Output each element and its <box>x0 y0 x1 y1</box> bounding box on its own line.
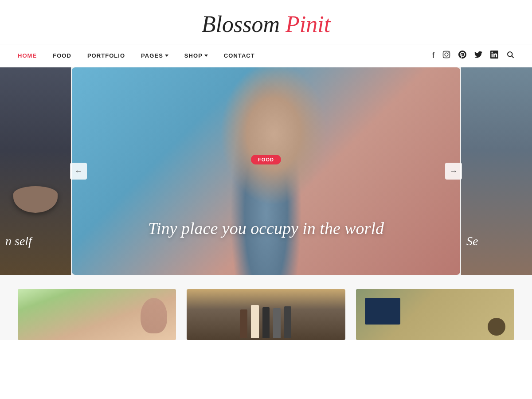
svg-point-3 <box>508 52 512 57</box>
slide-next-text: Se <box>466 234 478 248</box>
card-2-image <box>187 289 345 340</box>
site-header: Blossom Pinit <box>0 0 532 44</box>
nav-link-pages[interactable]: PAGES <box>141 52 168 59</box>
card-grid-section <box>0 275 532 340</box>
nav-link-food[interactable]: FOOD <box>53 52 71 59</box>
facebook-icon[interactable]: f <box>432 51 434 60</box>
featured-cards <box>18 289 514 340</box>
card-3[interactable] <box>356 289 514 340</box>
social-icons: f <box>432 51 514 61</box>
bowl-decoration <box>13 186 58 213</box>
svg-point-2 <box>448 52 449 53</box>
nav-link-shop[interactable]: SHOP <box>184 52 208 59</box>
slider-prev-button[interactable]: ← <box>70 163 87 180</box>
svg-line-4 <box>512 56 513 58</box>
twitter-icon[interactable] <box>474 51 482 61</box>
slide-category-badge[interactable]: FOOD <box>251 155 281 164</box>
nav-link-home[interactable]: HOME <box>18 52 37 59</box>
hero-slider: n self FOOD Tiny place you occupy in the… <box>0 67 532 275</box>
pages-dropdown-arrow <box>165 55 168 57</box>
nav-link-portfolio[interactable]: PORTFOLIO <box>87 52 125 59</box>
slide-next-partial: Se <box>461 67 532 275</box>
site-logo[interactable]: Blossom Pinit <box>0 12 532 36</box>
svg-point-1 <box>445 53 448 56</box>
slide-active: FOOD Tiny place you occupy in the world <box>72 67 460 275</box>
card-3-image <box>356 289 514 340</box>
pinterest-icon[interactable] <box>458 51 466 61</box>
card-1[interactable] <box>18 289 176 340</box>
svg-rect-0 <box>443 51 450 58</box>
logo-pinit: Pinit <box>286 12 330 37</box>
logo-blossom: Blossom <box>202 12 286 37</box>
slide-title: Tiny place you occupy in the world <box>72 218 460 239</box>
slider-next-button[interactable]: → <box>445 163 462 180</box>
slide-woman-image <box>72 67 460 275</box>
card-2[interactable] <box>187 289 345 340</box>
nav-link-contact[interactable]: CONTACT <box>224 52 255 59</box>
instagram-icon[interactable] <box>442 51 450 61</box>
slide-prev-text: n self <box>5 234 32 248</box>
nav-links: HOME FOOD PORTFOLIO PAGES SHOP CONTACT <box>18 52 432 59</box>
shop-dropdown-arrow <box>204 55 208 57</box>
search-icon[interactable] <box>506 51 514 61</box>
passport-decoration <box>365 298 400 325</box>
people-illustration <box>187 289 345 340</box>
slide-prev-partial: n self <box>0 67 71 275</box>
card-1-image <box>18 289 176 340</box>
linkedin-icon[interactable] <box>490 51 498 61</box>
main-nav: HOME FOOD PORTFOLIO PAGES SHOP CONTACT f <box>0 44 532 67</box>
